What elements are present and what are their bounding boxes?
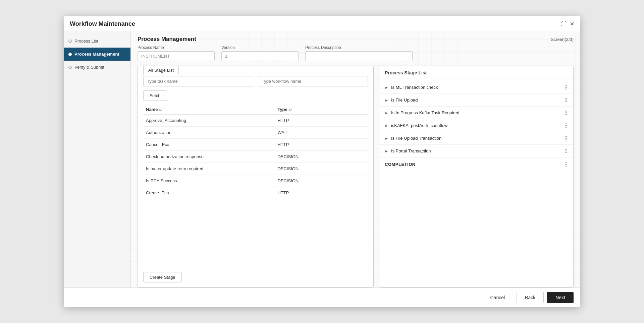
- stage-item[interactable]: ► Is File Upload Transaction: [379, 132, 573, 145]
- type-sort-icon[interactable]: ▵▿: [289, 108, 292, 111]
- task-name-input[interactable]: [143, 76, 253, 86]
- workflow-name-input[interactable]: [258, 76, 368, 86]
- table-body: Approve_Accounting HTTP Authorization WA…: [143, 115, 368, 268]
- sidebar-item-process-management[interactable]: Process Management: [64, 48, 130, 61]
- table-header: Name ▵▿ Type ▵▿: [143, 105, 368, 115]
- stage-item[interactable]: ► Is In Progress Kafka Task Required: [379, 107, 573, 119]
- process-name-input[interactable]: [138, 51, 215, 61]
- more-options-icon[interactable]: [564, 135, 568, 141]
- modal-header: Workflow Maintenance ⛶ ✕: [64, 16, 580, 31]
- table-row[interactable]: Authorization WAIT: [143, 127, 368, 139]
- completion-label: COMPLETION: [385, 162, 561, 167]
- table-row[interactable]: Is ECA Success DECISION: [143, 175, 368, 187]
- left-panel: All Stage List Fetch Name: [138, 66, 374, 287]
- col-type-header: Type ▵▿: [277, 107, 365, 112]
- sidebar-dot-verify-submit: [68, 66, 72, 69]
- description-input[interactable]: [305, 51, 413, 61]
- stage-table: Name ▵▿ Type ▵▿ Approve_Ac: [143, 105, 368, 268]
- completion-row: COMPLETION: [379, 157, 573, 171]
- left-panel-body: Fetch Name ▵▿ Type ▵▿: [138, 66, 373, 287]
- table-row[interactable]: Create_Eca HTTP: [143, 187, 368, 199]
- cancel-button[interactable]: Cancel: [482, 292, 513, 303]
- filter-row: [143, 76, 368, 86]
- description-group: Process Description: [305, 45, 413, 61]
- stage-item[interactable]: ► isKAFKA_postAuth_cashflow: [379, 119, 573, 132]
- right-panel: Process Stage List ► Is ML Transaction c…: [379, 66, 574, 287]
- cell-type: HTTP: [277, 190, 365, 195]
- cell-name: Approve_Accounting: [146, 118, 277, 123]
- form-row: Process Name Version Process Description: [131, 45, 580, 66]
- next-button[interactable]: Next: [547, 292, 574, 303]
- all-stage-list-tab: All Stage List: [143, 66, 179, 75]
- main-content: Process Management Screen(2/3) Process N…: [131, 31, 580, 287]
- main-inner: Process Management Screen(2/3) Process N…: [131, 31, 580, 287]
- sidebar-item-process-list[interactable]: Process List: [64, 35, 130, 48]
- sidebar: Process List Process Management Verify &…: [64, 31, 131, 287]
- cell-type: HTTP: [277, 142, 365, 147]
- table-row[interactable]: Is mater update retry required DECISION: [143, 163, 368, 175]
- table-row[interactable]: Cancel_Eca HTTP: [143, 139, 368, 151]
- version-group: Version: [221, 45, 299, 61]
- chevron-right-icon[interactable]: ►: [385, 124, 388, 128]
- more-options-icon[interactable]: [564, 148, 568, 154]
- content-header: Process Management Screen(2/3): [131, 31, 580, 45]
- more-options-icon[interactable]: [564, 97, 568, 103]
- chevron-right-icon[interactable]: ►: [385, 149, 388, 153]
- create-stage-button[interactable]: Create Stage: [143, 272, 182, 282]
- sidebar-label-process-list: Process List: [74, 39, 98, 44]
- modal-title: Workflow Maintenance: [70, 20, 135, 27]
- process-stage-list-header: Process Stage List: [379, 66, 573, 78]
- table-row[interactable]: Check authorization response DECISION: [143, 151, 368, 163]
- process-name-label: Process Name: [138, 45, 215, 50]
- chevron-right-icon[interactable]: ►: [385, 111, 388, 115]
- more-options-icon[interactable]: [564, 110, 568, 116]
- version-label: Version: [221, 45, 299, 50]
- header-icons: ⛶ ✕: [561, 21, 574, 27]
- fetch-button[interactable]: Fetch: [143, 90, 167, 101]
- chevron-right-icon[interactable]: ►: [385, 136, 388, 140]
- modal-body: Process List Process Management Verify &…: [64, 31, 580, 287]
- cell-name: Cancel_Eca: [146, 142, 277, 147]
- sidebar-dot-process-list: [68, 40, 72, 43]
- close-icon[interactable]: ✕: [570, 21, 574, 27]
- chevron-right-icon[interactable]: ►: [385, 98, 388, 102]
- cell-type: DECISION: [277, 154, 365, 159]
- sidebar-label-verify-submit: Verify & Submit: [74, 65, 104, 70]
- cell-name: Is mater update retry required: [146, 166, 277, 171]
- name-sort-icon[interactable]: ▵▿: [159, 108, 162, 111]
- back-button[interactable]: Back: [517, 292, 544, 303]
- stage-item[interactable]: ► Is ML Transaction check: [379, 81, 573, 94]
- sidebar-dot-process-management: [68, 53, 72, 56]
- more-options-icon[interactable]: [564, 123, 568, 128]
- cell-type: WAIT: [277, 130, 365, 135]
- table-row[interactable]: Approve_Accounting HTTP: [143, 115, 368, 127]
- version-input[interactable]: [221, 51, 299, 61]
- col-type-label: Type: [277, 107, 287, 112]
- col-name-label: Name: [146, 107, 158, 112]
- maximize-icon[interactable]: ⛶: [561, 21, 567, 27]
- stage-name: Is ML Transaction check: [391, 85, 561, 90]
- stage-name: Is File Upload: [391, 98, 561, 103]
- stage-name: Is In Progress Kafka Task Required: [391, 110, 561, 115]
- stage-item[interactable]: ► Is Portal Transaction: [379, 145, 573, 157]
- cell-name: Create_Eca: [146, 190, 277, 195]
- cell-name: Is ECA Success: [146, 178, 277, 183]
- right-panel-body: ► Is ML Transaction check ► Is File Uplo…: [379, 78, 573, 287]
- sidebar-item-verify-submit[interactable]: Verify & Submit: [64, 61, 130, 74]
- cell-name: Authorization: [146, 130, 277, 135]
- chevron-right-icon[interactable]: ►: [385, 85, 388, 89]
- more-options-icon[interactable]: [564, 84, 568, 90]
- description-label: Process Description: [305, 45, 413, 50]
- cell-name: Check authorization response: [146, 154, 277, 159]
- process-name-group: Process Name: [138, 45, 215, 61]
- stage-name: Is File Upload Transaction: [391, 136, 561, 141]
- cell-type: DECISION: [277, 178, 365, 183]
- panels-area: All Stage List Fetch Name: [131, 66, 580, 287]
- screen-label: Screen(2/3): [551, 37, 574, 42]
- content-title: Process Management: [138, 36, 196, 43]
- stage-name: Is Portal Transaction: [391, 148, 561, 153]
- completion-more-options-icon[interactable]: [564, 162, 568, 167]
- cell-type: DECISION: [277, 166, 365, 171]
- modal-footer: Cancel Back Next: [64, 287, 580, 307]
- stage-item[interactable]: ► Is File Upload: [379, 94, 573, 107]
